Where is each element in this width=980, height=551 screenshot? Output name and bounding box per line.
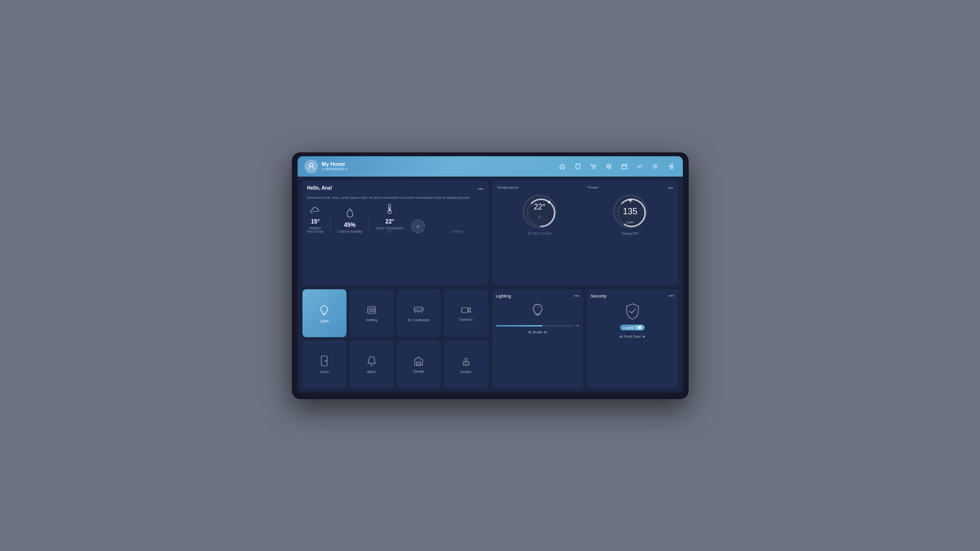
logout-icon[interactable] [665,161,676,172]
header-nav [557,161,676,172]
cameras-label: Cameras [459,318,473,321]
svg-point-4 [607,165,610,167]
app-title: My Home [322,161,553,167]
room-prev-button[interactable]: ◀ [528,330,530,334]
temp-power-header: Temperature Power ••• [497,185,673,191]
cameras-button[interactable]: Cameras [444,289,488,337]
weather-temp-label: WeatherPart Cloudy [307,226,324,233]
temperature-number: 22° [534,203,545,211]
temperature-label: Temperature [497,185,519,191]
svg-rect-29 [417,362,421,365]
header: My Home 3 MEMBERS ▾ [298,156,683,177]
weather-humidity-item: 45% Outdoor Humidity [337,208,362,233]
heating-button[interactable]: Heating [349,289,394,337]
power-value-display: 135 KwH [623,197,637,225]
lights-button[interactable]: Lights [302,289,347,337]
power-section: 135 KwH Saving 18% [588,193,673,235]
lighting-header: Lighting ••• [496,293,579,298]
svg-point-28 [325,360,327,362]
security-toggle[interactable] [635,326,642,329]
brightness-slider[interactable]: ☀ [496,324,579,328]
welcome-card-header: Hello, Ana! ••• [307,185,483,193]
clothing-label: Clothing [451,230,463,233]
security-header: Security ••• [591,293,674,298]
home-icon[interactable] [557,161,568,172]
sun-icon: ☀ [576,324,579,328]
svg-line-38 [539,307,540,308]
power-unit: KwH [627,221,634,224]
gear-icon[interactable] [650,161,661,172]
shield-icon-wrap [591,301,674,321]
svg-rect-26 [462,308,468,313]
settings-icon[interactable] [603,161,614,172]
security-menu[interactable]: ••• [669,293,674,298]
avatar [304,160,318,173]
weather-humidity-label: Outdoor Humidity [337,230,362,233]
cloud-icon [310,207,320,217]
svg-point-3 [594,168,595,169]
weather-temp-value: 15° [311,218,319,225]
weather-indoor-value: 22° [385,218,394,225]
welcome-message: Welcome home, Ana. Lorem ipsum dolor sit… [307,195,483,200]
device-buttons-grid: Lights Heating [302,289,488,388]
alarm-button[interactable]: Alarm [349,340,394,388]
power-number: 135 [623,207,637,217]
bottom-right: Lighting ••• [492,289,678,388]
doors-label: Doors [320,370,329,373]
air-conditioner-icon [413,306,424,316]
welcome-menu[interactable]: ••• [478,186,483,192]
main-content: Hello, Ana! ••• Welcome home, Ana. Lorem… [298,177,683,392]
lights-label: Lights [320,319,329,323]
shield-icon [625,302,640,320]
temperature-section: 22° C 24h in 20 min [497,193,583,235]
garden-label: Garden [460,370,471,373]
temp-power-card: Temperature Power ••• [492,180,678,286]
temperature-circle: 22° C [523,194,557,228]
garage-button[interactable]: Garage [397,340,441,388]
svg-point-2 [592,168,593,169]
members-label: 3 MEMBERS ▾ [322,167,553,171]
lights-icon [319,305,329,317]
calendar-icon[interactable] [619,161,630,172]
svg-point-6 [654,165,656,167]
slider-track [496,325,574,327]
temp-power-menu[interactable]: ••• [668,185,673,191]
welcome-card: Hello, Ana! ••• Welcome home, Ana. Lorem… [302,180,488,286]
room-nav: ◀ Studio ▶ [496,330,579,334]
security-nav: ◀ Front Door ▶ [591,334,674,339]
divider-1 [330,214,331,233]
room-next-button[interactable]: ▶ [544,330,547,334]
lighting-menu[interactable]: ••• [574,293,579,298]
power-circle: 135 KwH [613,194,647,228]
garage-label: Garage [413,370,424,373]
air-conditioner-button[interactable]: Air Conditioner [397,289,441,337]
humidity-icon [346,208,354,220]
locked-status: Locked [591,323,674,332]
divider-2 [369,214,369,233]
heating-label: Heating [366,318,377,322]
garden-button[interactable]: Garden [444,340,488,388]
security-title: Security [591,294,607,298]
security-location: Front Door [624,334,641,339]
garage-icon [413,356,424,368]
power-label: Power [588,185,599,191]
slider-fill [496,325,543,327]
door-next-button[interactable]: ▶ [643,334,646,339]
toggle-dot [638,326,641,329]
clipboard-icon[interactable] [573,161,583,172]
heating-icon [367,306,377,316]
cart-icon[interactable] [588,161,599,172]
door-prev-button[interactable]: ◀ [619,334,622,339]
svg-point-14 [529,234,530,234]
doors-button[interactable]: Doors [302,340,347,388]
weather-stats: 15° WeatherPart Cloudy 45% Outdoor Humid… [307,204,483,233]
garden-icon [461,356,471,368]
svg-rect-31 [463,361,469,365]
weather-humidity-value: 45% [344,222,356,228]
alarm-label: Alarm [367,370,376,373]
security-card: Security ••• Locked [587,289,678,388]
temperature-unit: C [538,215,541,219]
temperature-gauge: 22° C [523,194,557,228]
analytics-icon[interactable] [634,161,645,172]
add-widget-button[interactable]: + [411,220,425,233]
